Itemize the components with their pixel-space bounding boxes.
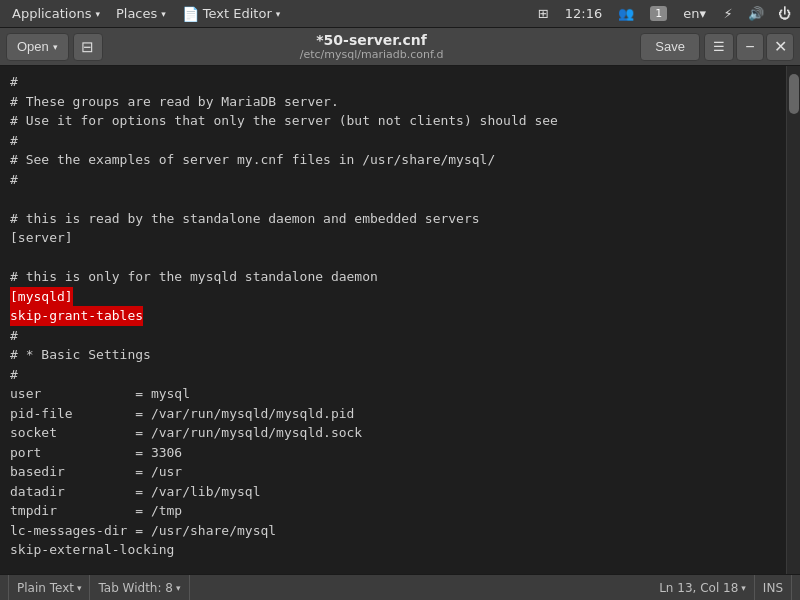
menu-bar: Applications ▾ Places ▾ 📄 Text Editor ▾ … (0, 0, 800, 28)
places-menu-arrow: ▾ (161, 9, 166, 19)
cursor-position-status[interactable]: Ln 13, Col 18 ▾ (651, 575, 755, 600)
volume-icon-btn[interactable]: 🔊 (744, 2, 768, 26)
status-bar: Plain Text ▾ Tab Width: 8 ▾ Ln 13, Col 1… (0, 574, 800, 600)
title-area: *50-server.cnf /etc/mysql/mariadb.conf.d (103, 32, 641, 61)
time-display: 12:16 (559, 4, 608, 23)
scrollbar[interactable] (786, 66, 800, 574)
open-dropdown-arrow: ▾ (53, 42, 58, 52)
power-icon: ⏻ (778, 6, 791, 21)
lang-menu[interactable]: en ▾ (677, 4, 712, 23)
toolbar: Open ▾ ⊟ *50-server.cnf /etc/mysql/maria… (0, 28, 800, 66)
close-button[interactable]: ✕ (766, 33, 794, 61)
texteditor-icon: 📄 (182, 6, 199, 22)
open-button[interactable]: Open ▾ (6, 33, 69, 61)
save-button[interactable]: Save (640, 33, 700, 61)
power-icon-btn[interactable]: ⏻ (772, 2, 796, 26)
network-icon: ⊞ (538, 6, 549, 21)
network-icon-btn[interactable]: ⊞ (532, 4, 555, 23)
hamburger-menu-button[interactable]: ☰ (704, 33, 734, 61)
plain-text-status[interactable]: Plain Text ▾ (8, 575, 90, 600)
recent-files-icon: ⊟ (81, 38, 94, 56)
insert-mode-status: INS (755, 575, 792, 600)
file-title: *50-server.cnf (103, 32, 641, 48)
editor-content[interactable]: # # These groups are read by MariaDB ser… (0, 66, 786, 574)
users-icon-btn[interactable]: 👥 (612, 4, 640, 23)
cursor-position-dropdown-arrow: ▾ (741, 583, 746, 593)
tab-width-dropdown-arrow: ▾ (176, 583, 181, 593)
plain-text-dropdown-arrow: ▾ (77, 583, 82, 593)
applications-menu[interactable]: Applications ▾ (4, 2, 108, 26)
volume-icon: 🔊 (748, 6, 764, 21)
badge-display: 1 (644, 4, 673, 23)
lang-menu-arrow: ▾ (699, 6, 706, 21)
minimize-button[interactable]: − (736, 33, 764, 61)
editor-container: # # These groups are read by MariaDB ser… (0, 66, 800, 574)
tab-width-status[interactable]: Tab Width: 8 ▾ (90, 575, 189, 600)
bluetooth-icon-btn[interactable]: ⚡ (716, 2, 740, 26)
texteditor-menu-arrow: ▾ (276, 9, 281, 19)
bluetooth-icon: ⚡ (723, 6, 732, 21)
places-menu[interactable]: Places ▾ (108, 2, 174, 26)
minimize-icon: − (745, 38, 754, 56)
scrollbar-thumb[interactable] (789, 74, 799, 114)
close-icon: ✕ (774, 37, 787, 56)
users-icon: 👥 (618, 6, 634, 21)
applications-menu-arrow: ▾ (95, 9, 100, 19)
texteditor-menu[interactable]: 📄 Text Editor ▾ (174, 2, 288, 26)
hamburger-icon: ☰ (713, 39, 725, 54)
recent-files-button[interactable]: ⊟ (73, 33, 103, 61)
file-path: /etc/mysql/mariadb.conf.d (103, 48, 641, 61)
